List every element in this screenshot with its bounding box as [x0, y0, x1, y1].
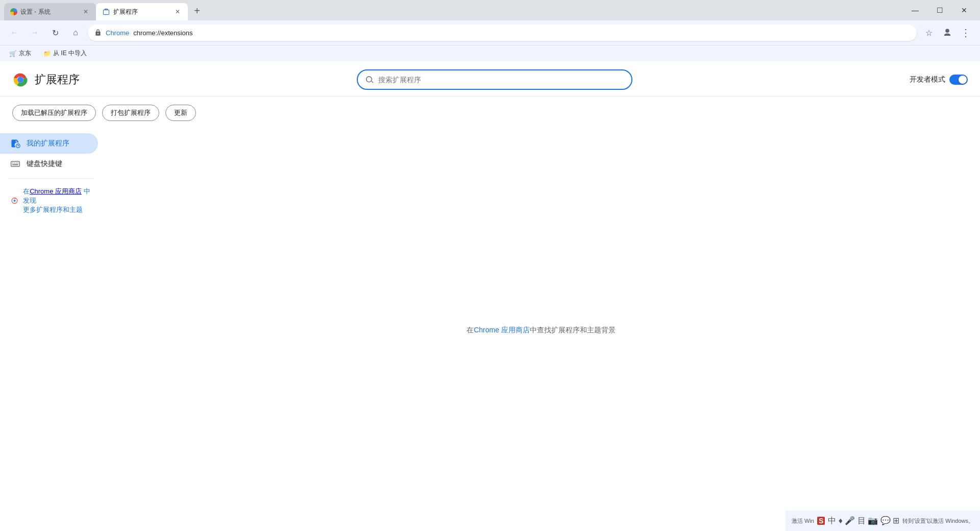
svg-rect-8 — [17, 163, 18, 164]
address-url: chrome://extensions — [133, 29, 192, 37]
toggle-knob — [959, 76, 967, 84]
main-content: 在Chrome 应用商店中查找扩展程序和主题背景 — [102, 129, 980, 531]
svg-rect-9 — [12, 164, 18, 165]
sidebar-store-link[interactable]: 在Chrome 应用商店 中发现 更多扩展程序和主题 — [0, 183, 102, 219]
new-tab-button[interactable]: + — [190, 4, 204, 18]
address-chrome-label: Chrome — [106, 29, 129, 37]
nav-bar: ← → ↻ ⌂ Chrome chrome://extensions ☆ ⋮ — [0, 20, 980, 45]
input-method-icon: S — [817, 517, 825, 525]
extensions-header: 扩展程序 开发者模式 — [0, 61, 980, 96]
empty-state-prefix: 在 — [467, 326, 474, 334]
store-link-anchor[interactable]: Chrome 应用商店 — [30, 187, 82, 195]
taskbar: 激活 Win S 中 ♦ 🎤 目 📷 💬 ⊞ 转到'设置'以激活 Windows… — [786, 511, 980, 531]
action-buttons: 加载已解压的扩展程序 打包扩展程序 更新 — [0, 96, 980, 129]
jingdong-label: 京东 — [19, 49, 31, 58]
sidebar-divider — [8, 178, 94, 179]
bookmark-import-ie[interactable]: 📁 从 IE 中导入 — [40, 48, 90, 59]
activate-settings-text: 转到'设置'以激活 Windows。 — [902, 517, 974, 525]
keyboard-icon — [10, 159, 20, 169]
tab-extensions[interactable]: 扩展程序 ✕ — [96, 3, 188, 20]
dev-mode-container: 开发者模式 — [910, 75, 968, 85]
home-button[interactable]: ⌂ — [67, 25, 84, 41]
extensions-sidebar-icon — [10, 138, 20, 149]
dev-mode-toggle[interactable] — [949, 75, 968, 85]
extensions-search-container — [80, 69, 910, 90]
store-prefix: 在 — [23, 187, 30, 195]
sidebar-item-keyboard-shortcuts[interactable]: 键盘快捷键 — [0, 154, 98, 174]
activate-text: 激活 Win — [792, 517, 814, 525]
svg-rect-5 — [12, 163, 13, 164]
window-controls: — ☐ ✕ — [899, 0, 980, 20]
import-ie-icon: 📁 — [43, 50, 51, 57]
dev-mode-label: 开发者模式 — [910, 75, 945, 84]
chrome-store-icon — [10, 196, 19, 206]
keyboard-shortcuts-label: 键盘快捷键 — [27, 159, 62, 168]
page-content: 扩展程序 开发者模式 加载已解压的扩展程序 打包扩展程序 更新 — [0, 61, 980, 531]
load-unpacked-button[interactable]: 加载已解压的扩展程序 — [12, 105, 96, 121]
svg-rect-6 — [14, 163, 15, 164]
sidebar-item-my-extensions[interactable]: 我的扩展程序 — [0, 133, 98, 154]
bookmark-jingdong[interactable]: 🛒 京东 — [6, 48, 34, 59]
settings-tab-title: 设置 - 系统 — [20, 8, 79, 16]
update-button[interactable]: 更新 — [165, 105, 196, 121]
store-link-text: 在Chrome 应用商店 中发现 更多扩展程序和主题 — [23, 187, 92, 215]
menu-button[interactable]: ⋮ — [958, 25, 974, 41]
settings-tab-close[interactable]: ✕ — [82, 8, 90, 16]
extensions-tab-close[interactable]: ✕ — [174, 8, 182, 16]
extensions-page-logo — [12, 71, 29, 88]
my-extensions-label: 我的扩展程序 — [27, 139, 69, 148]
search-input[interactable] — [378, 76, 623, 84]
taskbar-icons: 中 ♦ 🎤 目 📷 💬 ⊞ — [828, 516, 899, 526]
extensions-body: 我的扩展程序 键盘快捷键 — [0, 129, 980, 531]
svg-point-11 — [13, 200, 15, 202]
back-button[interactable]: ← — [6, 25, 22, 41]
profile-button[interactable] — [939, 25, 955, 41]
svg-rect-7 — [16, 163, 17, 164]
extensions-favicon — [102, 8, 110, 16]
tab-settings[interactable]: 设置 - 系统 ✕ — [4, 3, 96, 20]
empty-state: 在Chrome 应用商店中查找扩展程序和主题背景 — [467, 326, 616, 335]
address-bar[interactable]: Chrome chrome://extensions — [88, 25, 917, 41]
settings-favicon — [10, 8, 17, 15]
svg-rect-4 — [11, 161, 20, 166]
bookmark-button[interactable]: ☆ — [921, 25, 937, 41]
bookmarks-bar: 🛒 京东 📁 从 IE 中导入 — [0, 45, 980, 61]
sidebar: 我的扩展程序 键盘快捷键 — [0, 129, 102, 531]
forward-button[interactable]: → — [27, 25, 43, 41]
store-line2: 更多扩展程序和主题 — [23, 206, 83, 213]
nav-right: ☆ ⋮ — [921, 25, 974, 41]
extensions-search-box[interactable] — [357, 69, 632, 90]
import-ie-label: 从 IE 中导入 — [53, 49, 87, 58]
extensions-page-title: 扩展程序 — [35, 72, 80, 87]
close-button[interactable]: ✕ — [952, 2, 976, 18]
empty-state-suffix: 中查找扩展程序和主题背景 — [530, 326, 616, 334]
minimize-button[interactable]: — — [903, 2, 927, 18]
maximize-button[interactable]: ☐ — [928, 2, 951, 18]
extensions-tab-title: 扩展程序 — [113, 8, 170, 16]
jingdong-icon: 🛒 — [9, 50, 17, 57]
refresh-button[interactable]: ↻ — [47, 25, 63, 41]
svg-point-2 — [18, 78, 22, 82]
chrome-store-link[interactable]: Chrome 应用商店 — [474, 326, 530, 334]
lock-icon — [94, 29, 102, 36]
pack-button[interactable]: 打包扩展程序 — [102, 105, 159, 121]
search-icon — [366, 76, 374, 84]
